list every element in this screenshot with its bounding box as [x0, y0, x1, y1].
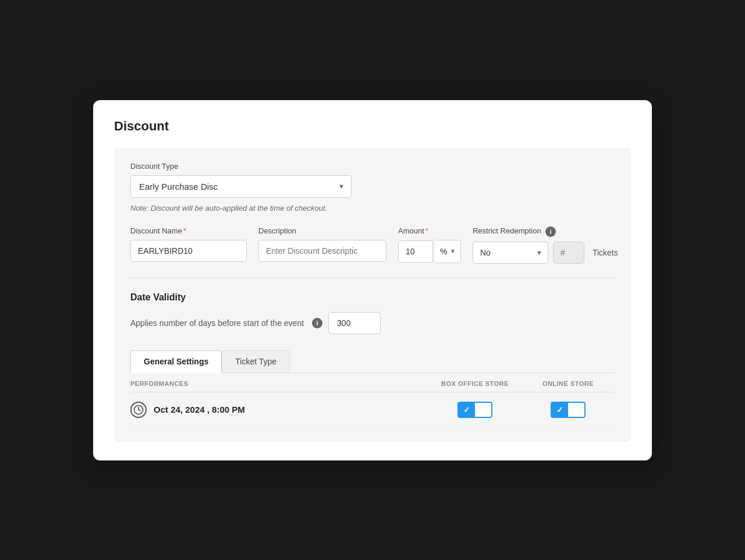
applies-text: Applies number of days before start of t…: [130, 318, 304, 328]
section-divider: [130, 278, 615, 278]
discount-form-section: Discount Type Early Purchase Disc Promo …: [114, 148, 631, 442]
restrict-info-icon[interactable]: i: [545, 226, 556, 237]
amount-label: Amount*: [398, 226, 461, 235]
online-toggle[interactable]: ✓: [551, 402, 586, 418]
performance-info: Oct 24, 2024 , 8:00 PM: [130, 402, 428, 418]
tab-general-settings[interactable]: General Settings: [130, 350, 222, 373]
date-validity-info-icon[interactable]: i: [312, 318, 322, 328]
toggle-off-area: [475, 403, 491, 417]
tickets-count-input[interactable]: [553, 242, 584, 264]
table-row: Oct 24, 2024 , 8:00 PM ✓ ✓: [130, 392, 615, 428]
amount-required-star: *: [425, 226, 428, 235]
toggle-check-icon: ✓: [459, 403, 475, 417]
col-online-header: ONLINE STORE: [522, 380, 615, 387]
clock-icon: [130, 402, 147, 418]
col-performances-header: PERFORMANCES: [130, 380, 428, 387]
amount-unit-select[interactable]: % $: [440, 247, 450, 256]
online-toggle-off-area: [568, 403, 584, 417]
discount-type-label: Discount Type: [130, 162, 615, 171]
days-input[interactable]: [328, 312, 381, 334]
tickets-label: Tickets: [593, 248, 618, 257]
col-box-office-header: BOX OFFICE STORE: [428, 380, 522, 387]
applies-row: Applies number of days before start of t…: [130, 312, 615, 334]
tabs-row: General Settings Ticket Type: [130, 350, 615, 373]
discount-type-group: Discount Type Early Purchase Disc Promo …: [130, 162, 615, 212]
restrict-label: Restrict Redemption i: [473, 226, 618, 237]
tab-ticket-type[interactable]: Ticket Type: [222, 350, 290, 373]
unit-chevron-icon: ▼: [450, 248, 456, 254]
description-input[interactable]: [258, 240, 386, 262]
discount-type-select-wrapper: Early Purchase Disc Promo Code Group Dis…: [130, 175, 352, 198]
discount-modal: Discount Discount Type Early Purchase Di…: [93, 100, 652, 460]
date-validity-title: Date Validity: [130, 292, 615, 303]
amount-input[interactable]: [398, 240, 433, 263]
modal-title: Discount: [114, 119, 631, 134]
restrict-select-wrapper: No Yes ▼: [473, 242, 548, 264]
main-form-row: Discount Name* Description Amount*: [130, 226, 615, 264]
description-label: Description: [258, 226, 386, 235]
discount-type-select[interactable]: Early Purchase Disc Promo Code Group Dis…: [130, 175, 352, 198]
description-group: Description: [258, 226, 386, 262]
discount-name-label: Discount Name*: [130, 226, 247, 235]
amount-unit-wrapper: % $ ▼: [435, 240, 461, 263]
amount-group: Amount* % $ ▼: [398, 226, 461, 263]
online-toggle-wrapper: ✓: [522, 402, 615, 418]
discount-name-input[interactable]: [130, 240, 247, 262]
box-office-toggle[interactable]: ✓: [457, 402, 492, 418]
table-header: PERFORMANCES BOX OFFICE STORE ONLINE STO…: [130, 373, 615, 392]
discount-note: Note: Discount will be auto-applied at t…: [130, 204, 615, 212]
box-office-toggle-wrapper: ✓: [428, 402, 522, 418]
date-validity-section: Date Validity Applies number of days bef…: [130, 292, 615, 334]
restrict-select[interactable]: No Yes: [473, 242, 548, 264]
restrict-redemption-group: Restrict Redemption i No Yes ▼ Tickets: [473, 226, 618, 264]
amount-row: % $ ▼: [398, 240, 461, 263]
online-toggle-check-icon: ✓: [552, 403, 568, 417]
performance-date: Oct 24, 2024 , 8:00 PM: [154, 405, 245, 414]
discount-name-group: Discount Name*: [130, 226, 247, 262]
name-required-star: *: [183, 226, 186, 235]
